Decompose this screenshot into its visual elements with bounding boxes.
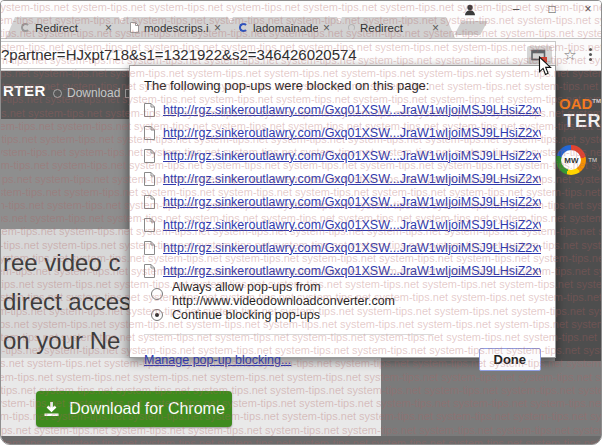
- nav-item-download[interactable]: Download: [53, 86, 133, 100]
- minimize-button[interactable]: –: [509, 1, 523, 17]
- tab-redirect-1[interactable]: Redirect ×: [6, 17, 128, 38]
- dialog-separator: [144, 334, 434, 335]
- popup-blocker-dialog: The following pop-ups were blocked on th…: [129, 65, 556, 358]
- browser-window: – □ × Redirect × modescrips.in × ladomai…: [0, 0, 602, 445]
- blocked-popup-link[interactable]: http://rgz.sinkeroutlawry.com/Gxq01XSW..…: [163, 241, 541, 255]
- download-icon: [43, 401, 60, 417]
- popup-option-radio[interactable]: [151, 309, 163, 321]
- page-icon: [144, 103, 155, 117]
- manage-popup-blocking-link[interactable]: Manage pop-up blocking...: [144, 353, 291, 367]
- tab-modescrips[interactable]: modescrips.in ×: [115, 17, 237, 38]
- blocked-popup-row: http://rgz.sinkeroutlawry.com/Gxq01XSW..…: [144, 121, 541, 144]
- page-bottom-dark-section: [381, 361, 601, 445]
- tab-label: modescrips.in: [144, 22, 209, 34]
- popup-option-allow[interactable]: Always allow pop-ups from http://www.vid…: [144, 284, 541, 303]
- blocked-popup-link[interactable]: http://rgz.sinkeroutlawry.com/Gxq01XSW..…: [163, 172, 541, 186]
- site-logo-fragment: RTER: [3, 82, 46, 99]
- blocked-popup-link[interactable]: http://rgz.sinkeroutlawry.com/Gxq01XSW..…: [163, 126, 541, 140]
- blocked-popup-link[interactable]: http://rgz.sinkeroutlawry.com/Gxq01XSW..…: [163, 149, 541, 163]
- blocked-popup-list: http://rgz.sinkeroutlawry.com/Gxq01XSW..…: [144, 98, 541, 282]
- loading-spinner-icon: [239, 23, 248, 32]
- loading-spinner-icon: [348, 24, 355, 31]
- tab-close-icon[interactable]: ×: [214, 22, 221, 34]
- tab-label: Redirect: [35, 22, 100, 34]
- maximize-button[interactable]: □: [545, 1, 559, 17]
- tab-close-icon[interactable]: ×: [105, 22, 112, 34]
- page-icon: [130, 22, 139, 33]
- tab-strip: Redirect × modescrips.in × ladomainade ×…: [1, 17, 601, 39]
- download-for-chrome-button[interactable]: Download for Chrome: [36, 391, 232, 427]
- address-url[interactable]: ?partner=HJxpt718&s1=1321922&s2=34642602…: [1, 46, 527, 63]
- nav-circle-icon: [53, 89, 62, 98]
- close-button[interactable]: ×: [581, 1, 595, 17]
- blocked-popup-link[interactable]: http://rgz.sinkeroutlawry.com/Gxq01XSW..…: [163, 218, 541, 232]
- new-tab-button[interactable]: [454, 21, 487, 35]
- page-icon: [144, 218, 155, 232]
- tab-label: Redirect: [360, 22, 427, 34]
- blocked-popup-row: http://rgz.sinkeroutlawry.com/Gxq01XSW..…: [144, 213, 541, 236]
- blocked-popup-row: http://rgz.sinkeroutlawry.com/Gxq01XSW..…: [144, 190, 541, 213]
- blocked-popup-link[interactable]: http://rgz.sinkeroutlawry.com/Gxq01XSW..…: [163, 195, 541, 209]
- popup-blocked-icon[interactable]: [527, 46, 552, 64]
- blocked-popup-row: http://rgz.sinkeroutlawry.com/Gxq01XSW..…: [144, 167, 541, 190]
- blocked-popup-link[interactable]: http://rgz.sinkeroutlawry.com/Gxq01XSW..…: [163, 264, 541, 278]
- blocked-popup-link[interactable]: http://rgz.sinkeroutlawry.com/Gxq01XSW..…: [163, 103, 541, 117]
- popup-option-label: Always allow pop-ups from http://www.vid…: [172, 280, 541, 308]
- popup-option-radio[interactable]: [151, 288, 163, 300]
- tab-close-icon[interactable]: ×: [323, 22, 330, 34]
- page-icon: [144, 195, 155, 209]
- done-button[interactable]: Done: [479, 348, 542, 371]
- tab-close-icon[interactable]: ×: [432, 22, 439, 34]
- loading-spinner-icon: [21, 23, 30, 32]
- menu-dots-icon[interactable]: [581, 48, 599, 61]
- mw-logo-icon: MW: [556, 145, 586, 175]
- tab-redirect-2[interactable]: Redirect ×: [333, 17, 455, 38]
- tab-ladomainade[interactable]: ladomainade ×: [224, 17, 346, 38]
- page-footer-strip: [1, 436, 601, 444]
- page-icon: [144, 241, 155, 255]
- popup-option-block[interactable]: Continue blocking pop-ups: [144, 305, 541, 324]
- dialog-title: The following pop-ups were blocked on th…: [144, 78, 541, 93]
- tab-label: ladomainade: [253, 22, 318, 34]
- title-bar: – □ ×: [1, 1, 601, 17]
- profile-icon[interactable]: [463, 3, 477, 17]
- logo-fragment-oad: OADTM: [555, 93, 601, 112]
- popup-option-label: Continue blocking pop-ups: [172, 308, 320, 322]
- logo-fragment-ter: TER: [555, 112, 601, 131]
- blocked-popup-row: http://rgz.sinkeroutlawry.com/Gxq01XSW..…: [144, 144, 541, 167]
- blocked-popup-row: http://rgz.sinkeroutlawry.com/Gxq01XSW..…: [144, 236, 541, 259]
- blocked-popup-row: http://rgz.sinkeroutlawry.com/Gxq01XSW..…: [144, 98, 541, 121]
- bookmark-star-icon[interactable]: ☆: [559, 47, 581, 62]
- hero-text: ree video c direct acces on your Ne: [3, 243, 131, 360]
- page-icon: [144, 126, 155, 140]
- page-icon: [144, 264, 155, 278]
- page-icon: [144, 149, 155, 163]
- page-right-logo-area: OADTM TER y MW TM: [555, 71, 601, 361]
- page-icon: [144, 172, 155, 186]
